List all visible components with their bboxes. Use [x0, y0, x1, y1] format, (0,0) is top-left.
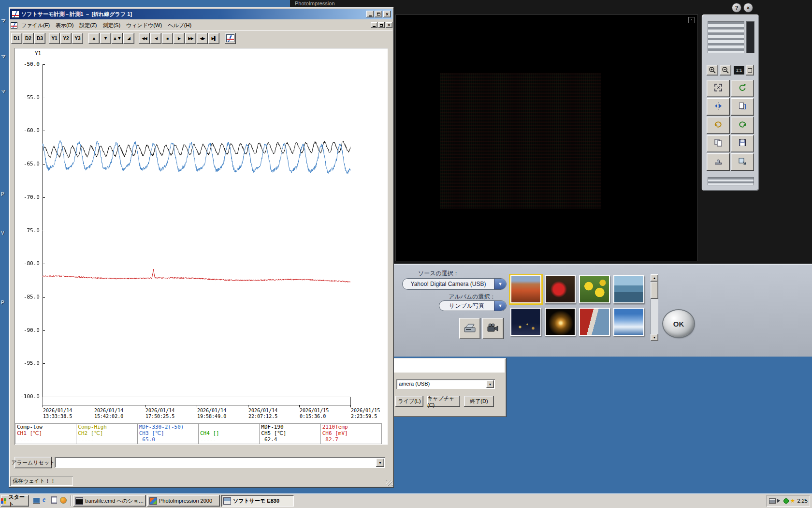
thumbnail-yellow-flowers[interactable] — [579, 275, 610, 303]
scroll-4-button[interactable]: ◢ — [123, 33, 134, 44]
ok-button[interactable]: OK — [663, 310, 694, 337]
taskbar-task-1[interactable]: transfile.cmd へのショート... — [73, 495, 146, 507]
chevron-down-icon[interactable]: ▼ — [486, 380, 494, 388]
thumbnail-fireworks[interactable] — [545, 308, 576, 336]
maximize-button[interactable] — [375, 11, 382, 17]
playback-2-button[interactable]: ◀ — [150, 33, 161, 44]
printer-icon[interactable] — [769, 498, 776, 504]
scroll-down-button[interactable]: ▼ — [651, 334, 658, 341]
line-chart[interactable] — [43, 64, 350, 397]
panel-collapse-button[interactable] — [746, 65, 754, 75]
zoom-in-button[interactable] — [707, 65, 718, 75]
chevron-down-icon[interactable]: ▼ — [494, 301, 506, 311]
playback-1-button[interactable]: ◀◀ — [139, 33, 150, 44]
undo-icon — [713, 120, 723, 131]
menu-item-2[interactable]: 表示(D) — [53, 20, 76, 30]
tool-stamp-button[interactable] — [707, 153, 730, 171]
alarm-reset-button[interactable]: アラームリセット — [14, 457, 52, 468]
document-icon[interactable] — [51, 496, 57, 504]
tool-palette: 1:1 — [702, 15, 759, 191]
alert-icon[interactable]: ★ — [790, 498, 795, 504]
axis-1-button[interactable]: Y1 — [49, 33, 60, 44]
close-button[interactable]: × — [743, 3, 753, 13]
child-restore-button[interactable] — [378, 22, 385, 28]
taskbar-task-2[interactable]: PhotoImpression 2000 — [147, 495, 220, 507]
grille-decoration — [708, 21, 744, 53]
internet-explorer-icon[interactable]: e — [43, 496, 45, 504]
tool-export-button[interactable] — [731, 153, 754, 171]
menu-item-4[interactable]: 測定(S) — [100, 20, 123, 30]
camera-source-select[interactable]: amera (USB) ▼ — [396, 379, 495, 389]
scroll-up-button[interactable]: ▲ — [651, 274, 658, 282]
thumbnail-rock-spires[interactable] — [510, 275, 541, 303]
channel-value: ----- — [78, 436, 137, 443]
live-button[interactable]: ライブ(L) — [395, 396, 423, 407]
tool-rotate-button[interactable] — [731, 80, 754, 97]
menu-item-5[interactable]: ウィンドウ(W) — [123, 20, 165, 30]
sky-clouds-image — [614, 309, 643, 335]
display-3-button[interactable]: D3 — [34, 33, 45, 44]
tool-page-flip-button[interactable] — [731, 98, 754, 116]
capture-button[interactable]: キャプチャ(C) — [427, 396, 460, 407]
title-bar[interactable]: ソフトサーモ計測－計測1 － [折れ線グラフ 1] × — [10, 9, 392, 19]
volume-icon[interactable] — [777, 499, 782, 503]
dismiss-icon[interactable]: × — [688, 17, 695, 23]
minimize-button[interactable] — [366, 11, 374, 17]
thumbnail-harbor[interactable] — [613, 275, 644, 303]
camera-source-button[interactable] — [482, 318, 504, 339]
zoom-out-button[interactable] — [720, 65, 731, 75]
axis-3-button[interactable]: Y3 — [72, 33, 83, 44]
thumbnail-sky-clouds[interactable] — [613, 308, 644, 336]
playback-3-button[interactable]: ■ — [162, 33, 173, 44]
tool-save-button[interactable] — [731, 135, 754, 152]
playback-4-button[interactable]: ▶ — [174, 33, 185, 44]
menu-item-1[interactable]: ファイル(F) — [18, 20, 53, 30]
camera-source-value: amera (USB) — [399, 381, 430, 387]
child-minimize-button[interactable] — [371, 22, 377, 28]
display-1-button[interactable]: D1 — [11, 33, 22, 44]
scanner-source-button[interactable] — [459, 318, 480, 339]
taskbar-task-3[interactable]: ソフトサーモ E830 — [221, 495, 294, 507]
source-select[interactable]: Yahoo! Digital Camera (USB) ▼ — [402, 278, 507, 290]
show-desktop-icon[interactable] — [33, 497, 40, 503]
menu-item-3[interactable]: 設定(Z) — [76, 20, 100, 30]
tool-redo-button[interactable] — [731, 117, 754, 134]
thumbnail-red-bird[interactable] — [545, 275, 576, 303]
tool-copy-button[interactable] — [707, 135, 730, 152]
numeric-display-button[interactable] — [225, 33, 236, 44]
menu-item-6[interactable]: ヘルプ(H) — [165, 20, 194, 30]
display-2-button[interactable]: D2 — [23, 33, 34, 44]
network-status-icon[interactable] — [783, 498, 789, 504]
alarm-combobox[interactable]: ▼ — [55, 457, 385, 468]
album-select[interactable]: サンプル写真 ▼ — [439, 300, 507, 311]
playback-5-button[interactable]: ▶▶ — [185, 33, 196, 44]
scroll-1-button[interactable]: ▲ — [88, 33, 100, 44]
help-button[interactable]: ? — [732, 3, 741, 13]
resize-grip[interactable] — [386, 480, 392, 486]
playback-6-button[interactable]: ◀▶ — [197, 33, 208, 44]
thumbnail-lighthouse-ship[interactable] — [579, 308, 610, 336]
tool-fit-to-window-button[interactable] — [707, 80, 730, 97]
axis-2-button[interactable]: Y2 — [60, 33, 72, 44]
exit-button[interactable]: 終了(D) — [464, 396, 494, 407]
scroll-2-button[interactable]: ▼ — [100, 33, 111, 44]
media-player-icon[interactable] — [60, 497, 67, 504]
thumbnail-city-night[interactable] — [510, 308, 541, 336]
yellow-flowers-image — [580, 276, 609, 302]
tool-flip-horizontal-button[interactable] — [707, 98, 730, 116]
close-button[interactable]: × — [383, 11, 391, 17]
zoom-ratio-display: 1:1 — [734, 66, 744, 75]
start-button[interactable]: スタート — [1, 495, 29, 507]
chevron-down-icon[interactable]: ▼ — [494, 279, 506, 289]
playback-7-button[interactable]: ▶▌ — [208, 33, 219, 44]
child-close-button[interactable]: × — [386, 22, 392, 28]
scroll-3-button[interactable]: ▲▼ — [112, 33, 123, 44]
x-axis-tick-label: 2026/01/152:23:59.5 — [351, 408, 380, 419]
start-label: スタート — [8, 493, 29, 508]
tool-undo-button[interactable] — [707, 117, 730, 134]
chevron-down-icon[interactable]: ▼ — [376, 458, 384, 467]
scroll-thumb[interactable] — [651, 282, 658, 299]
task-label: transfile.cmd へのショート... — [85, 497, 144, 505]
app-icon — [12, 11, 19, 18]
thumbnail-scrollbar[interactable]: ▲ ▼ — [651, 274, 658, 341]
